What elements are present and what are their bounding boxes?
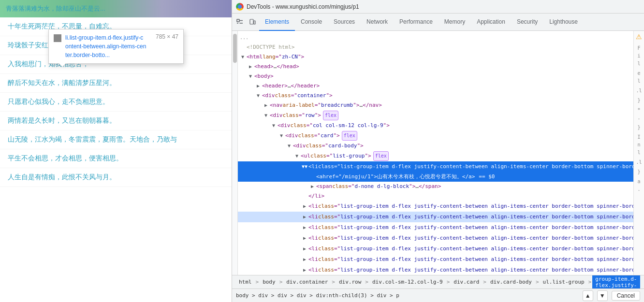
element-preview-icon <box>54 34 61 42</box>
expand-arrow-span[interactable] <box>309 184 315 189</box>
poem-line-8[interactable]: 平生不会相思，才会相思，便害相思。 <box>0 149 232 168</box>
devtools-breadcrumb-bar: html > body > div.container > div.row > … <box>232 275 644 288</box>
flex-badge-card[interactable]: flex <box>342 131 357 141</box>
dom-row[interactable]: <div class="row"> flex <box>238 110 633 121</box>
expand-arrow-nav[interactable] <box>263 102 269 108</box>
dom-doctype[interactable]: <!DOCTYPE html> <box>238 43 633 52</box>
dom-li-2[interactable]: <li class="list-group-item d-flex justif… <box>238 201 633 212</box>
tooltip-size-text: 785 × 47 <box>152 33 178 40</box>
poem-line-7[interactable]: 山无陵，江水为竭，冬雷震震，夏雨雪。天地合，乃敢与 <box>0 130 232 149</box>
expand-arrow-li-first[interactable]: ▼ <box>302 164 307 170</box>
svg-rect-0 <box>237 19 239 22</box>
tab-network[interactable]: Network <box>361 14 394 31</box>
flex-badge-ul[interactable]: flex <box>373 151 389 161</box>
poem-line-4[interactable]: 醉后不知天在水，满船清梦压星河。 <box>0 74 232 93</box>
expand-arrow-li3[interactable] <box>302 214 307 220</box>
breadcrumb-div-col[interactable]: div.col-sm-12.col-lg-9 <box>369 278 446 286</box>
dom-head[interactable]: <head>…</head> <box>238 62 633 72</box>
expand-arrow-ul[interactable] <box>294 153 300 159</box>
tab-elements[interactable]: Elements <box>259 14 295 31</box>
dom-header[interactable]: <header>…</header> <box>238 81 633 91</box>
breadcrumb-body[interactable]: body <box>260 278 278 286</box>
expand-arrow-li8[interactable] <box>302 267 307 273</box>
dom-body-open[interactable]: <body> <box>238 72 633 81</box>
dom-path: body > div > div > div > div:nth-child(3… <box>236 292 399 299</box>
expand-arrow-head[interactable] <box>248 64 253 70</box>
dom-li-7[interactable]: <li class="list-group-item d-flex justif… <box>238 254 633 265</box>
dom-html-open[interactable]: <html lang="zh-CN"> <box>238 52 633 62</box>
tab-memory[interactable]: Memory <box>439 14 471 31</box>
devtools-panel: DevTools - www.xungushici.com/mingjus/p1… <box>232 0 644 302</box>
dom-li-first[interactable]: ▼ <li class="list-group-item d-flex just… <box>238 161 633 172</box>
expand-arrow-col[interactable] <box>271 123 277 129</box>
devtools-right-gutter: ⚠ Fil el .l } *. } Inl .l } a. <box>633 31 644 275</box>
flex-badge-row[interactable]: flex <box>323 111 338 120</box>
nav-down-button[interactable]: ▼ <box>597 290 608 301</box>
expand-arrow-container[interactable] <box>255 93 261 99</box>
tooltip-arrow <box>59 63 66 67</box>
expand-arrow-li6[interactable] <box>302 246 307 252</box>
expand-arrow-card-body[interactable] <box>286 143 292 149</box>
breadcrumb-div-row[interactable]: div.row <box>336 278 364 286</box>
dom-card[interactable]: <div class="card"> flex <box>238 130 633 141</box>
expand-arrow-row[interactable] <box>263 113 269 118</box>
dom-col[interactable]: <div class="col col-sm-12 col-lg-9"> <box>238 121 633 130</box>
expand-arrow-card[interactable] <box>278 133 284 139</box>
expand-arrow-li7[interactable] <box>302 257 307 262</box>
tab-console[interactable]: Console <box>295 14 328 31</box>
expand-arrow-html[interactable] <box>240 54 246 60</box>
tab-security[interactable]: Security <box>511 14 543 31</box>
expand-arrow-li5[interactable] <box>302 235 307 241</box>
inspect-element-button[interactable] <box>234 16 246 28</box>
bottom-nav-controls: ▲ ▼ Cancel <box>583 290 640 301</box>
tab-lighthouse[interactable]: Lighthouse <box>543 14 584 31</box>
highlighted-poem-text: 青落落满难为水，除却巫山不是云... <box>6 4 105 13</box>
expand-arrow-header[interactable] <box>255 83 261 89</box>
dom-li-8[interactable]: <li class="list-group-item d-flex justif… <box>238 265 633 275</box>
nav-up-button[interactable]: ▲ <box>583 290 593 301</box>
tab-sources[interactable]: Sources <box>328 14 361 31</box>
dom-li-3[interactable]: <li class="list-group-item d-flex justif… <box>238 212 633 222</box>
breadcrumb-div-card[interactable]: div.card <box>451 278 482 286</box>
expand-arrow-body[interactable] <box>248 73 253 79</box>
poem-line-5[interactable]: 只愿君心似我心，走不负相思意。 <box>0 93 232 112</box>
breadcrumb-div-container[interactable]: div.container <box>283 278 331 286</box>
cancel-button[interactable]: Cancel <box>612 291 640 301</box>
device-toolbar-button[interactable] <box>247 16 258 28</box>
dom-a-first[interactable]: <a href="/mingju/1">山有木兮木有枝，心悦君兮君不知。</a>… <box>238 172 633 182</box>
breadcrumb-html[interactable]: html <box>236 278 255 286</box>
dom-span-first[interactable]: <span class="d-none d-lg-block">…</span> <box>238 182 633 191</box>
tab-application[interactable]: Application <box>471 14 511 31</box>
dom-li-5[interactable]: <li class="list-group-item d-flex justif… <box>238 233 633 244</box>
styles-labels: Fil el .l } *. } Inl .l } a. <box>636 44 642 193</box>
dom-li-first-close[interactable]: </li> <box>238 191 633 201</box>
dom-card-body[interactable]: <div class="card-body"> <box>238 141 633 151</box>
devtools-titlebar: DevTools - www.xungushici.com/mingjus/p1 <box>232 0 644 14</box>
expand-arrow-li4[interactable] <box>302 225 307 230</box>
scrollbar-thumb[interactable] <box>233 34 237 63</box>
dom-dots-indicator[interactable]: ... <box>238 33 633 43</box>
element-tooltip: li.list-group-item.d-flex.justify-conten… <box>48 29 184 64</box>
devtools-title: DevTools - www.xungushici.com/mingjus/p1 <box>247 3 359 10</box>
dom-li-6[interactable]: <li class="list-group-item d-flex justif… <box>238 244 633 254</box>
breadcrumb-li-selected[interactable]: li.list-group-item.d-flex.justify-cont..… <box>592 275 640 288</box>
chrome-logo <box>236 3 244 11</box>
dom-scroll-indicator <box>232 31 238 275</box>
dom-container[interactable]: <div class="container"> <box>238 91 633 101</box>
dom-nav[interactable]: <nav aria-label="breadcrumb">…</nav> <box>238 101 633 110</box>
tooltip-class-text: li.list-group-item.d-flex.justify-conten… <box>65 33 146 59</box>
devtools-main: ... <!DOCTYPE html> <html lang="zh-CN"> … <box>232 31 644 275</box>
dom-path-text: body > div > div > div > div:nth-child(3… <box>236 292 399 299</box>
poem-line-6[interactable]: 两情若是久长时，又岂在朝朝暮暮。 <box>0 112 232 130</box>
dollar-sign: == $0 <box>479 173 495 181</box>
webpage-preview: li.list-group-item.d-flex.justify-conten… <box>0 0 232 302</box>
dom-li-4[interactable]: <li class="list-group-item d-flex justif… <box>238 222 633 233</box>
highlighted-poem-line[interactable]: 青落落满难为水，除却巫山不是云... <box>0 0 232 17</box>
breadcrumb-div-cardbody[interactable]: div.card-body <box>487 278 535 286</box>
dom-ul[interactable]: <ul class="list-group"> flex <box>238 151 633 161</box>
poem-line-9[interactable]: 人生自是有情痴，此恨不关风与月。 <box>0 168 232 187</box>
expand-arrow-li2[interactable] <box>302 203 307 209</box>
dom-tree: ... <!DOCTYPE html> <html lang="zh-CN"> … <box>238 31 633 275</box>
breadcrumb-ul[interactable]: ul.list-group <box>540 278 587 286</box>
tab-performance[interactable]: Performance <box>394 14 439 31</box>
